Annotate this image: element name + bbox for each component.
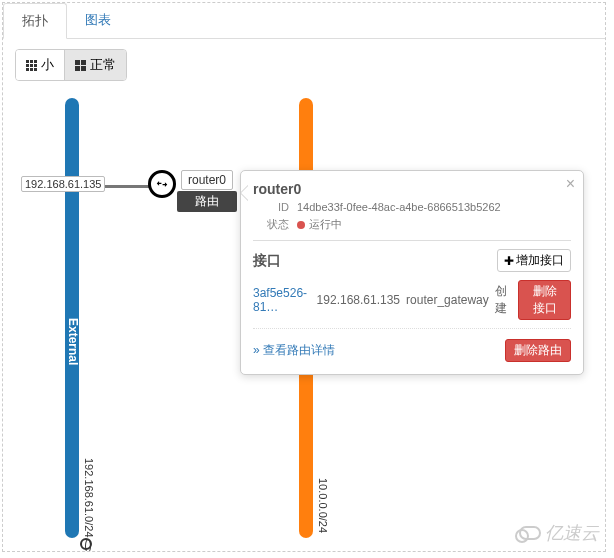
status-dot-icon <box>297 221 305 229</box>
grid-normal-icon <box>75 60 86 71</box>
router-popover: × router0 ID 14dbe33f-0fee-48ac-a4be-686… <box>240 170 584 375</box>
interface-id-link[interactable]: 3af5e526-81… <box>253 286 311 314</box>
interfaces-heading: 接口 <box>253 252 281 270</box>
status-value: 运行中 <box>297 217 571 232</box>
ip-chip[interactable]: 192.168.61.135 <box>21 176 105 192</box>
watermark: 亿速云 <box>519 521 599 545</box>
globe-icon <box>80 538 92 550</box>
router-icon[interactable] <box>148 170 176 198</box>
router-details-link[interactable]: » 查看路由详情 <box>253 342 335 359</box>
popover-meta: ID 14dbe33f-0fee-48ac-a4be-6866513b5262 … <box>253 201 571 232</box>
close-icon[interactable]: × <box>566 175 575 193</box>
delete-interface-button[interactable]: 删除接口 <box>518 280 571 320</box>
tab-chart[interactable]: 图表 <box>67 3 129 38</box>
status-label: 状态 <box>253 217 289 232</box>
tab-bar: 拓扑 图表 <box>3 3 605 39</box>
tab-topology[interactable]: 拓扑 <box>3 3 67 39</box>
delete-router-button[interactable]: 删除路由 <box>505 339 571 362</box>
id-value: 14dbe33f-0fee-48ac-a4be-6866513b5262 <box>297 201 571 213</box>
cidr-private: 10.0.0.0/24 <box>317 478 329 533</box>
add-interface-button[interactable]: ✚增加接口 <box>497 249 571 272</box>
popover-title: router0 <box>253 181 571 197</box>
interface-action: 创建 <box>495 283 512 317</box>
interface-row: 3af5e526-81… 192.168.61.135 router_gatew… <box>253 278 571 329</box>
zoom-group: 小 正常 <box>15 49 127 81</box>
zoom-small-button[interactable]: 小 <box>16 50 65 80</box>
interface-type: router_gateway <box>406 293 489 307</box>
router-caption: 路由 <box>177 191 237 212</box>
zoom-normal-button[interactable]: 正常 <box>65 50 126 80</box>
plus-icon: ✚ <box>504 254 514 268</box>
cloud-icon <box>519 526 541 540</box>
topology-canvas[interactable]: External rivate 192.168.61.0/24 10.0.0.0… <box>3 78 605 551</box>
id-label: ID <box>253 201 289 213</box>
router-name-label[interactable]: router0 <box>181 170 233 190</box>
network-label-external: External <box>66 318 80 365</box>
interface-ip: 192.168.61.135 <box>317 293 400 307</box>
router-arrows-icon <box>155 177 169 191</box>
cidr-external: 192.168.61.0/24 <box>83 458 95 538</box>
grid-small-icon <box>26 60 37 71</box>
